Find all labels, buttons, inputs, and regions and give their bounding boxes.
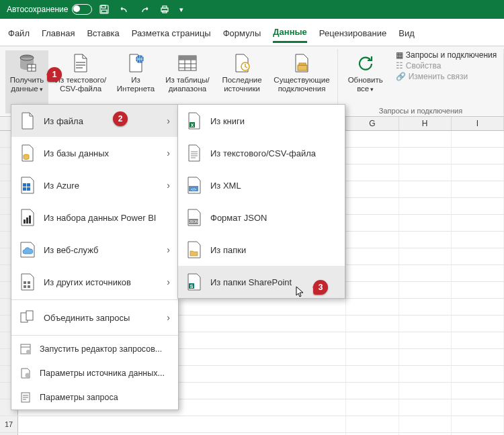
database-icon [19,144,36,162]
refresh-all-label: Обновить все▾ [346,76,385,93]
svg-rect-31 [26,218,28,224]
col-header[interactable]: G [346,117,398,130]
svg-rect-34 [28,281,30,284]
menu-item-from-file[interactable]: Из файла › [11,105,178,137]
svg-rect-12 [76,64,85,66]
database-icon [15,52,38,75]
from-file-submenu: X Из книги Из текстового/CSV-файла </> И… [177,104,345,299]
tab-home[interactable]: Главная [42,28,75,42]
svg-rect-36 [28,285,30,288]
source-params-icon [19,364,32,383]
svg-rect-28 [23,187,26,191]
toggle-icon [72,4,92,15]
svg-rect-27 [27,183,30,187]
text-file-icon [186,144,202,162]
svg-text:JSON: JSON [189,220,198,224]
svg-rect-26 [23,183,26,187]
svg-rect-1 [101,5,106,8]
azure-icon [19,176,36,195]
menu-item-query-params[interactable]: Параметры запроса [11,385,178,409]
editor-icon [19,340,32,358]
title-bar: Автосохранение ▾ [0,0,504,19]
tab-data[interactable]: Данные [273,27,307,43]
svg-point-41 [26,350,30,354]
group-caption-queries: Запросы и подключения [338,107,503,115]
menu-item-from-azure[interactable]: Из Azure › [11,169,178,201]
menu-item-from-powerbi[interactable]: Из набора данных Power BI [11,201,178,234]
from-internet-label: Из Интернета [114,76,157,93]
other-sources-icon [19,273,36,291]
tab-formulas[interactable]: Формулы [223,28,261,42]
menu-item-from-other[interactable]: Из других источников › [11,266,178,298]
get-data-label: Получить данные▾ [7,76,47,93]
autosave-label: Автосохранение [7,5,68,14]
refresh-icon [354,52,377,75]
menu-item-source-params[interactable]: Параметры источника данных... [11,361,178,385]
menu-item-from-xml[interactable]: </> Из XML [178,169,345,201]
existing-connections-label: Существующие подключения [273,76,331,93]
properties-button[interactable]: ☷ Свойства [396,61,497,70]
sharepoint-icon: S [186,273,202,291]
chevron-right-icon: › [167,180,170,191]
svg-rect-35 [24,285,26,288]
queries-icon: ▦ [396,50,403,60]
tab-insert[interactable]: Вставка [87,28,119,42]
json-file-icon: JSON [186,208,202,227]
connections-icon [290,52,313,75]
from-table-label: Из таблицы/ диапазона [164,76,211,93]
quick-access-toolbar: ▾ [99,4,183,15]
menu-item-from-folder[interactable]: Из папки [178,234,345,266]
svg-rect-4 [163,6,167,8]
svg-rect-2 [101,10,107,13]
queries-connections-button[interactable]: ▦ Запросы и подключения [396,50,497,60]
svg-text:X: X [191,123,194,128]
folder-icon [186,240,202,259]
save-icon[interactable] [99,4,110,15]
powerbi-icon [19,208,36,227]
svg-rect-38 [26,311,33,320]
col-header[interactable]: H [399,117,452,130]
print-icon[interactable] [159,4,170,15]
autosave-toggle[interactable]: Автосохранение [7,4,92,15]
query-params-icon [19,388,32,407]
svg-rect-24 [299,63,306,65]
svg-rect-30 [24,220,26,224]
menu-item-from-json[interactable]: JSON Формат JSON [178,201,345,234]
globe-icon [124,52,147,75]
chevron-right-icon: › [167,115,170,126]
svg-rect-11 [76,62,85,63]
svg-rect-21 [179,56,196,60]
menu-item-from-db[interactable]: Из базы данных › [11,137,178,169]
col-header[interactable]: I [452,117,504,130]
menu-item-launch-editor[interactable]: Запустить редактор запросов... [11,337,178,361]
chevron-right-icon: › [167,148,170,158]
ribbon-tabs: Файл Главная Вставка Разметка страницы Ф… [0,19,504,46]
edit-links-button[interactable]: 🔗 Изменить связи [396,72,497,81]
menu-item-from-csv[interactable]: Из текстового/CSV-файла [178,137,345,169]
redo-icon[interactable] [139,4,150,15]
menu-item-from-web[interactable]: Из веб-служб › [11,234,178,266]
tab-layout[interactable]: Разметка страницы [132,28,211,42]
tab-file[interactable]: Файл [8,28,30,42]
tab-review[interactable]: Рецензирование [319,28,386,42]
refresh-all-button[interactable]: Обновить все▾ [345,50,386,95]
get-data-menu: Из файла › Из базы данных › Из Azure › И… [11,104,179,410]
svg-rect-33 [24,281,26,284]
from-csv-label: Из текстового/ CSV-файла [54,76,108,93]
svg-point-42 [26,373,30,378]
table-icon [176,52,199,75]
cloud-icon [19,240,36,259]
menu-item-combine[interactable]: Объединить запросы › [11,301,178,334]
combine-icon [19,308,36,327]
menu-item-from-workbook[interactable]: X Из книги [178,105,345,137]
customize-qat-icon[interactable]: ▾ [179,5,183,14]
tab-view[interactable]: Вид [398,28,415,42]
undo-icon[interactable] [119,4,130,15]
chevron-right-icon: › [167,244,170,255]
row-header[interactable]: 17 [0,416,18,432]
callout-1: 1 [47,67,62,82]
svg-text:S: S [190,284,194,289]
callout-2: 2 [113,111,128,126]
cursor-icon [296,286,305,298]
svg-rect-32 [29,215,31,224]
